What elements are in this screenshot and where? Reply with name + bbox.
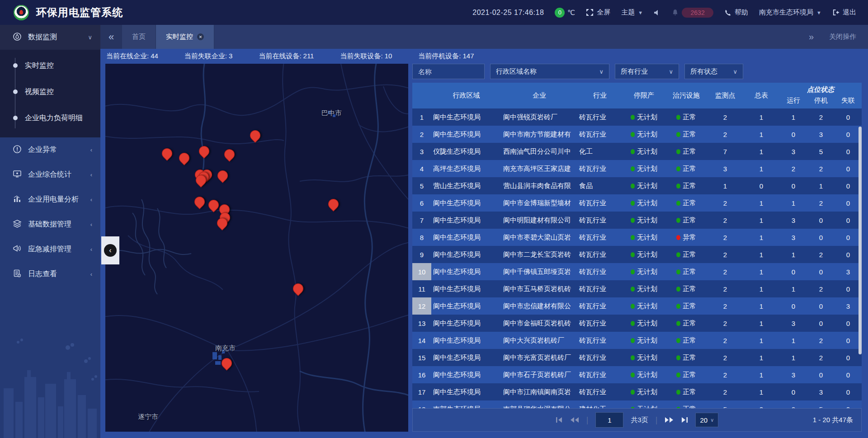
region-cell: 阆中生态环境局	[431, 336, 501, 345]
first-page-button[interactable]	[556, 417, 563, 423]
sidebar-item-label: 企业电力负荷明细	[25, 113, 83, 123]
tab-首页[interactable]: 首页	[122, 25, 156, 49]
region-cell: 营山生态环境局	[431, 182, 501, 190]
logout-button[interactable]: 退出	[832, 8, 856, 17]
pollution-facility-status-cell: 正常	[665, 165, 707, 173]
tabs-scroll-right-button[interactable]: »	[809, 32, 814, 42]
running-count-cell: 1	[779, 199, 807, 207]
running-count-cell: 0	[779, 131, 807, 138]
offline-count-cell: 0	[835, 234, 862, 241]
map-panel[interactable]: 巴中市南充市遂宁市 ‹	[105, 64, 408, 432]
company-cell: 阆中市江南镇阆南页岩	[501, 388, 577, 396]
table-row[interactable]: 7 阆中生态环境局 阆中明阳建材有限公司 砖瓦行业 无计划 正常 2 1 3 0…	[412, 212, 862, 229]
table-row[interactable]: 17 阆中生态环境局 阆中市江南镇阆南页岩 砖瓦行业 无计划 正常 2 1 0 …	[412, 383, 862, 400]
table-row[interactable]: 16 阆中生态环境局 阆中市石子页岩机砖厂 砖瓦行业 无计划 正常 2 1 3 …	[412, 366, 862, 383]
tab-实时监控[interactable]: 实时监控 ✕	[156, 25, 214, 49]
table-row[interactable]: 14 阆中生态环境局 阆中大兴页岩机砖厂 砖瓦行业 无计划 正常 2 1 1 2…	[412, 332, 862, 349]
theme-dropdown[interactable]: 主题▼	[621, 8, 643, 17]
table-scrollbar[interactable]	[859, 127, 862, 354]
sidebar-item-label: 日志查看	[28, 269, 84, 279]
chevron-down-icon: ∨	[599, 68, 604, 75]
row-index-cell: 17	[412, 388, 431, 396]
table-row[interactable]: 11 阆中生态环境局 阆中市五马桥页岩机砖 砖瓦行业 无计划 正常 2 1 1 …	[412, 280, 862, 297]
industry-cell: 砖瓦行业	[577, 371, 623, 379]
table-row[interactable]: 4 高坪生态环境局 南充市高坪区王家店建 砖瓦行业 无计划 正常 3 1 2 2…	[412, 160, 862, 177]
sidebar-item-emergency[interactable]: 应急减排管理 ‹	[0, 237, 100, 262]
sidebar-item-企业电力负荷明细[interactable]: 企业电力负荷明细	[0, 105, 100, 131]
stop-limit-status-cell: 无计划	[623, 130, 665, 139]
row-index-cell: 13	[412, 320, 431, 327]
page-size-select[interactable]: 20∨	[695, 413, 718, 427]
stats-bar: 当前在线企业:44当前失联企业:3当前在线设备:211当前失联设备:10当前停机…	[105, 49, 862, 64]
help-button[interactable]: 帮助	[724, 8, 748, 17]
company-cell: 南充市高坪区王家店建	[501, 165, 577, 173]
monitor-points-cell: 2	[707, 131, 743, 138]
col-header-行政区域: 行政区域	[431, 83, 501, 108]
status-dot-icon	[631, 355, 635, 360]
row-index-cell: 16	[412, 371, 431, 379]
table-row[interactable]: 5 营山生态环境局 营山县润丰肉食品有限 食品 无计划 正常 1 0 0 1 0	[412, 177, 862, 194]
stop-limit-status-cell: 无计划	[623, 268, 665, 276]
halted-count-cell: 0	[807, 268, 835, 276]
last-page-button[interactable]	[681, 417, 688, 423]
offline-count-cell: 0	[835, 199, 862, 207]
monitor-points-cell: 2	[707, 113, 743, 121]
city-skyline-decoration	[0, 334, 100, 438]
status-dot-icon	[676, 235, 680, 240]
table-row[interactable]: 2 阆中生态环境局 阆中市南方节能建材有 砖瓦行业 无计划 正常 2 1 0 3…	[412, 126, 862, 143]
table-row[interactable]: 13 阆中生态环境局 阆中市金福旺页岩机砖 砖瓦行业 无计划 正常 2 1 3 …	[412, 315, 862, 332]
sidebar-item-enterprise-stats[interactable]: 企业综合统计 ‹	[0, 162, 100, 187]
pollution-facility-status-cell: 正常	[665, 113, 707, 122]
status-dot-icon	[676, 115, 680, 120]
table-row[interactable]: 8 阆中生态环境局 阆中市枣碧大梁山页岩 砖瓦行业 无计划 异常 2 1 3 0…	[412, 229, 862, 246]
region-cell: 仪陇生态环境局	[431, 147, 501, 156]
map-collapse-handle[interactable]: ‹	[101, 236, 119, 264]
table-row[interactable]: 18 南部生态环境局 南部县砌华水泥有限公 建材化工 无计划 正常 5 0 0 …	[412, 400, 862, 408]
table-row[interactable]: 9 阆中生态环境局 阆中市二龙长宝页岩砖 砖瓦行业 无计划 正常 2 1 1 2…	[412, 246, 862, 263]
running-count-cell: 3	[779, 234, 807, 241]
halted-count-cell: 2	[807, 354, 835, 362]
running-count-cell: 0	[779, 268, 807, 276]
table-row[interactable]: 10 阆中生态环境局 阆中千佛镇五郎垭页岩 砖瓦行业 无计划 正常 2 1 0 …	[412, 263, 862, 280]
sidebar-group-header-data-monitor[interactable]: 数据监测 ∨	[0, 25, 100, 50]
prev-page-button[interactable]	[570, 417, 579, 423]
sound-toggle-button[interactable]	[654, 9, 661, 16]
col-header-监测点: 监测点	[707, 83, 743, 108]
company-cell: 南部县砌华水泥有限公	[501, 405, 577, 409]
region-cell: 阆中生态环境局	[431, 199, 501, 207]
sidebar-item-logs[interactable]: 日志查看 ‹	[0, 262, 100, 287]
table-row[interactable]: 6 阆中生态环境局 阆中市金博瑞新型墙材 砖瓦行业 无计划 正常 2 1 1 2…	[412, 194, 862, 212]
org-dropdown[interactable]: 南充市生态环境局▼	[759, 8, 821, 17]
page-number-input[interactable]	[595, 412, 623, 428]
sidebar-item-power-analysis[interactable]: 企业用电量分析 ‹	[0, 187, 100, 212]
sidebar-item-视频监控[interactable]: 视频监控	[0, 79, 100, 105]
running-count-cell: 0	[779, 182, 807, 190]
sidebar-item-label: 企业用电量分析	[28, 195, 84, 204]
row-index-cell: 15	[412, 354, 431, 362]
notifications[interactable]: 2632	[672, 8, 713, 18]
close-operations-menu[interactable]: 关闭操作	[829, 33, 856, 41]
monitor-points-cell: 2	[707, 371, 743, 379]
workspace: 当前在线企业:44当前失联企业:3当前在线设备:211当前失联设备:10当前停机…	[100, 49, 868, 438]
region-cell: 阆中生态环境局	[431, 302, 501, 311]
table-row[interactable]: 12 阆中生态环境局 阆中市忠信建材有限公 砖瓦行业 无计划 正常 2 1 0 …	[412, 297, 862, 315]
sidebar-item-label: 企业综合统计	[28, 170, 84, 179]
offline-count-cell: 3	[835, 302, 862, 310]
table-row[interactable]: 15 阆中生态环境局 阆中市光富页岩机砖厂 砖瓦行业 无计划 正常 2 1 1 …	[412, 349, 862, 366]
sidebar-item-实时监控[interactable]: 实时监控	[0, 52, 100, 79]
sidebar-item-base-data[interactable]: 基础数据管理 ‹	[0, 212, 100, 237]
table-row[interactable]: 3 仪陇生态环境局 西南油气田分公司川中 化工 无计划 正常 7 1 3 5 0	[412, 143, 862, 160]
filter-bar: 行政区域名称∨ 所有行业∨ 所有状态∨	[412, 64, 862, 79]
table-row[interactable]: 1 阆中生态环境局 阆中强锐页岩砖厂 砖瓦行业 无计划 正常 2 1 1 2 0	[412, 108, 862, 126]
sidebar-item-enterprise-abnormal[interactable]: 企业异常 ‹	[0, 137, 100, 162]
running-count-cell: 2	[779, 165, 807, 173]
industry-select[interactable]: 所有行业∨	[615, 64, 679, 79]
name-search-input[interactable]	[412, 64, 485, 79]
tab-close-icon[interactable]: ✕	[197, 33, 204, 40]
region-cell: 阆中生态环境局	[431, 388, 501, 396]
region-select[interactable]: 行政区域名称∨	[490, 64, 609, 79]
status-select[interactable]: 所有状态∨	[684, 64, 743, 79]
fullscreen-button[interactable]: 全屏	[586, 8, 610, 17]
tabs-scroll-left-button[interactable]: «	[100, 25, 122, 49]
next-page-button[interactable]	[665, 417, 674, 423]
